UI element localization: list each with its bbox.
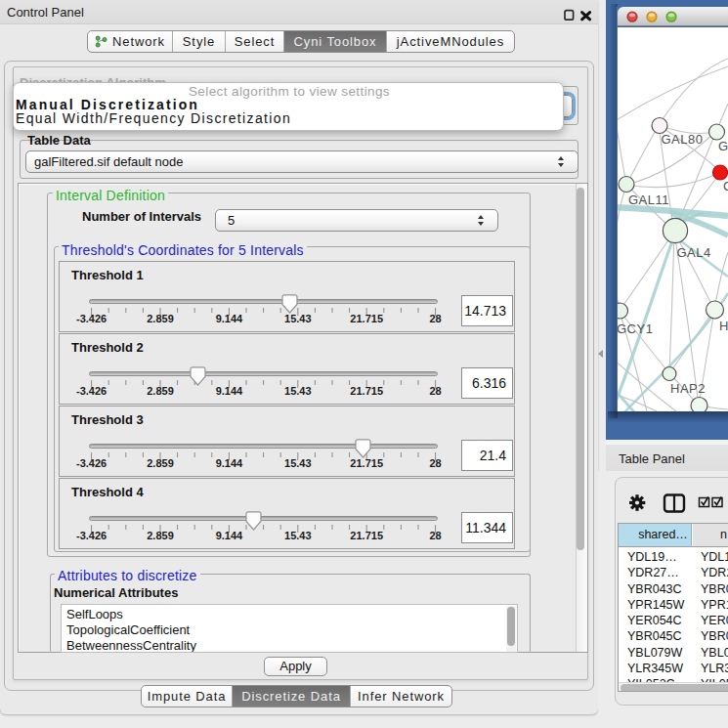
svg-text:GAL11: GAL11 [628, 193, 669, 207]
svg-text:GAL4: GAL4 [677, 245, 711, 260]
svg-text:H: H [719, 319, 728, 333]
svg-text:GAL80: GAL80 [662, 132, 704, 147]
svg-text:HAP2: HAP2 [670, 381, 706, 396]
svg-text:G: G [718, 139, 728, 153]
svg-text:GCY1: GCY1 [618, 321, 653, 336]
svg-text:C: C [723, 179, 728, 193]
